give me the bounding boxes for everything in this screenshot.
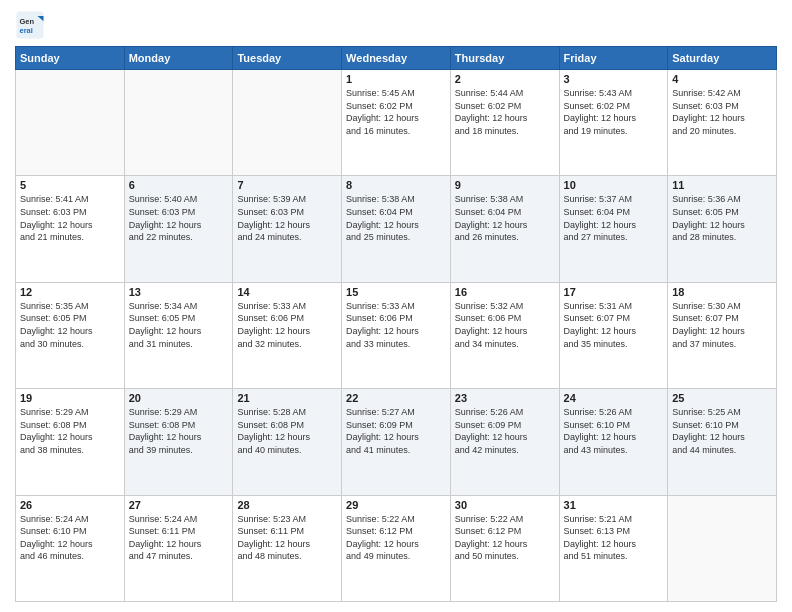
calendar-cell: 31Sunrise: 5:21 AM Sunset: 6:13 PM Dayli…	[559, 495, 668, 601]
day-info: Sunrise: 5:43 AM Sunset: 6:02 PM Dayligh…	[564, 87, 664, 137]
calendar-cell	[16, 70, 125, 176]
day-number: 15	[346, 286, 446, 298]
calendar-cell: 16Sunrise: 5:32 AM Sunset: 6:06 PM Dayli…	[450, 282, 559, 388]
calendar-cell	[233, 70, 342, 176]
calendar-week-2: 5Sunrise: 5:41 AM Sunset: 6:03 PM Daylig…	[16, 176, 777, 282]
calendar-cell: 10Sunrise: 5:37 AM Sunset: 6:04 PM Dayli…	[559, 176, 668, 282]
calendar-cell: 25Sunrise: 5:25 AM Sunset: 6:10 PM Dayli…	[668, 389, 777, 495]
weekday-header-friday: Friday	[559, 47, 668, 70]
day-number: 21	[237, 392, 337, 404]
day-info: Sunrise: 5:24 AM Sunset: 6:11 PM Dayligh…	[129, 513, 229, 563]
calendar-cell: 9Sunrise: 5:38 AM Sunset: 6:04 PM Daylig…	[450, 176, 559, 282]
calendar-cell: 22Sunrise: 5:27 AM Sunset: 6:09 PM Dayli…	[342, 389, 451, 495]
day-info: Sunrise: 5:39 AM Sunset: 6:03 PM Dayligh…	[237, 193, 337, 243]
day-info: Sunrise: 5:38 AM Sunset: 6:04 PM Dayligh…	[455, 193, 555, 243]
calendar-header: SundayMondayTuesdayWednesdayThursdayFrid…	[16, 47, 777, 70]
calendar-cell	[124, 70, 233, 176]
day-number: 28	[237, 499, 337, 511]
day-info: Sunrise: 5:29 AM Sunset: 6:08 PM Dayligh…	[20, 406, 120, 456]
day-number: 7	[237, 179, 337, 191]
day-number: 9	[455, 179, 555, 191]
calendar-cell: 28Sunrise: 5:23 AM Sunset: 6:11 PM Dayli…	[233, 495, 342, 601]
day-number: 19	[20, 392, 120, 404]
calendar-cell: 1Sunrise: 5:45 AM Sunset: 6:02 PM Daylig…	[342, 70, 451, 176]
svg-text:Gen: Gen	[20, 17, 35, 26]
day-number: 25	[672, 392, 772, 404]
day-number: 18	[672, 286, 772, 298]
day-info: Sunrise: 5:37 AM Sunset: 6:04 PM Dayligh…	[564, 193, 664, 243]
weekday-header-saturday: Saturday	[668, 47, 777, 70]
calendar-cell: 26Sunrise: 5:24 AM Sunset: 6:10 PM Dayli…	[16, 495, 125, 601]
weekday-header-thursday: Thursday	[450, 47, 559, 70]
calendar-cell: 19Sunrise: 5:29 AM Sunset: 6:08 PM Dayli…	[16, 389, 125, 495]
day-info: Sunrise: 5:42 AM Sunset: 6:03 PM Dayligh…	[672, 87, 772, 137]
day-number: 31	[564, 499, 664, 511]
day-number: 27	[129, 499, 229, 511]
calendar-cell: 6Sunrise: 5:40 AM Sunset: 6:03 PM Daylig…	[124, 176, 233, 282]
calendar-cell: 11Sunrise: 5:36 AM Sunset: 6:05 PM Dayli…	[668, 176, 777, 282]
day-info: Sunrise: 5:26 AM Sunset: 6:09 PM Dayligh…	[455, 406, 555, 456]
calendar-cell: 13Sunrise: 5:34 AM Sunset: 6:05 PM Dayli…	[124, 282, 233, 388]
weekday-header-monday: Monday	[124, 47, 233, 70]
calendar-cell	[668, 495, 777, 601]
day-number: 12	[20, 286, 120, 298]
page: Gen eral SundayMondayTuesdayWednesdayThu…	[0, 0, 792, 612]
calendar-cell: 17Sunrise: 5:31 AM Sunset: 6:07 PM Dayli…	[559, 282, 668, 388]
calendar-cell: 21Sunrise: 5:28 AM Sunset: 6:08 PM Dayli…	[233, 389, 342, 495]
calendar-cell: 4Sunrise: 5:42 AM Sunset: 6:03 PM Daylig…	[668, 70, 777, 176]
calendar-cell: 15Sunrise: 5:33 AM Sunset: 6:06 PM Dayli…	[342, 282, 451, 388]
calendar-cell: 12Sunrise: 5:35 AM Sunset: 6:05 PM Dayli…	[16, 282, 125, 388]
day-number: 8	[346, 179, 446, 191]
calendar-cell: 23Sunrise: 5:26 AM Sunset: 6:09 PM Dayli…	[450, 389, 559, 495]
calendar-cell: 24Sunrise: 5:26 AM Sunset: 6:10 PM Dayli…	[559, 389, 668, 495]
day-number: 23	[455, 392, 555, 404]
weekday-header-tuesday: Tuesday	[233, 47, 342, 70]
day-info: Sunrise: 5:31 AM Sunset: 6:07 PM Dayligh…	[564, 300, 664, 350]
weekday-row: SundayMondayTuesdayWednesdayThursdayFrid…	[16, 47, 777, 70]
calendar-cell: 30Sunrise: 5:22 AM Sunset: 6:12 PM Dayli…	[450, 495, 559, 601]
calendar-week-3: 12Sunrise: 5:35 AM Sunset: 6:05 PM Dayli…	[16, 282, 777, 388]
calendar-week-1: 1Sunrise: 5:45 AM Sunset: 6:02 PM Daylig…	[16, 70, 777, 176]
day-info: Sunrise: 5:32 AM Sunset: 6:06 PM Dayligh…	[455, 300, 555, 350]
weekday-header-sunday: Sunday	[16, 47, 125, 70]
day-number: 30	[455, 499, 555, 511]
day-number: 24	[564, 392, 664, 404]
day-info: Sunrise: 5:24 AM Sunset: 6:10 PM Dayligh…	[20, 513, 120, 563]
day-number: 4	[672, 73, 772, 85]
calendar-cell: 8Sunrise: 5:38 AM Sunset: 6:04 PM Daylig…	[342, 176, 451, 282]
day-number: 22	[346, 392, 446, 404]
day-info: Sunrise: 5:26 AM Sunset: 6:10 PM Dayligh…	[564, 406, 664, 456]
calendar-cell: 27Sunrise: 5:24 AM Sunset: 6:11 PM Dayli…	[124, 495, 233, 601]
day-info: Sunrise: 5:35 AM Sunset: 6:05 PM Dayligh…	[20, 300, 120, 350]
day-info: Sunrise: 5:21 AM Sunset: 6:13 PM Dayligh…	[564, 513, 664, 563]
calendar-cell: 5Sunrise: 5:41 AM Sunset: 6:03 PM Daylig…	[16, 176, 125, 282]
day-info: Sunrise: 5:29 AM Sunset: 6:08 PM Dayligh…	[129, 406, 229, 456]
day-number: 1	[346, 73, 446, 85]
day-number: 29	[346, 499, 446, 511]
day-number: 26	[20, 499, 120, 511]
day-info: Sunrise: 5:44 AM Sunset: 6:02 PM Dayligh…	[455, 87, 555, 137]
header: Gen eral	[15, 10, 777, 40]
day-number: 20	[129, 392, 229, 404]
day-info: Sunrise: 5:33 AM Sunset: 6:06 PM Dayligh…	[346, 300, 446, 350]
calendar-cell: 14Sunrise: 5:33 AM Sunset: 6:06 PM Dayli…	[233, 282, 342, 388]
calendar-week-4: 19Sunrise: 5:29 AM Sunset: 6:08 PM Dayli…	[16, 389, 777, 495]
svg-text:eral: eral	[20, 26, 33, 35]
day-info: Sunrise: 5:22 AM Sunset: 6:12 PM Dayligh…	[346, 513, 446, 563]
calendar-cell: 20Sunrise: 5:29 AM Sunset: 6:08 PM Dayli…	[124, 389, 233, 495]
day-info: Sunrise: 5:41 AM Sunset: 6:03 PM Dayligh…	[20, 193, 120, 243]
logo-icon: Gen eral	[15, 10, 45, 40]
day-number: 11	[672, 179, 772, 191]
day-number: 2	[455, 73, 555, 85]
day-info: Sunrise: 5:23 AM Sunset: 6:11 PM Dayligh…	[237, 513, 337, 563]
day-info: Sunrise: 5:30 AM Sunset: 6:07 PM Dayligh…	[672, 300, 772, 350]
day-number: 17	[564, 286, 664, 298]
calendar-cell: 2Sunrise: 5:44 AM Sunset: 6:02 PM Daylig…	[450, 70, 559, 176]
day-number: 5	[20, 179, 120, 191]
day-info: Sunrise: 5:33 AM Sunset: 6:06 PM Dayligh…	[237, 300, 337, 350]
weekday-header-wednesday: Wednesday	[342, 47, 451, 70]
calendar-cell: 7Sunrise: 5:39 AM Sunset: 6:03 PM Daylig…	[233, 176, 342, 282]
day-number: 10	[564, 179, 664, 191]
day-number: 3	[564, 73, 664, 85]
calendar-cell: 18Sunrise: 5:30 AM Sunset: 6:07 PM Dayli…	[668, 282, 777, 388]
